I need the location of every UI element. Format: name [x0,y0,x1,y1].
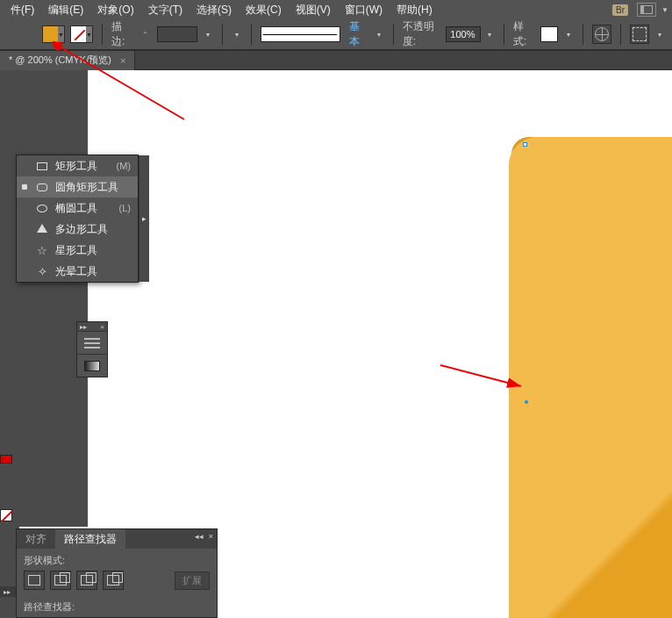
stroke-weight-dec[interactable]: ⌃ [139,31,152,39]
transform-icon [633,27,647,41]
tool-label: 光晕工具 [55,264,97,279]
panel-tab-row: 对齐 路径查找器 ◂◂ × [17,529,217,549]
intersect-icon [81,575,93,586]
flare-icon: ✧ [36,265,48,277]
menu-object[interactable]: 对象(O) [90,1,140,19]
brush-dd[interactable]: ▾ [374,31,384,39]
menu-view[interactable]: 视图(V) [289,1,338,19]
style-label: 样式: [513,19,535,49]
star-icon: ☆ [36,244,48,256]
selection-anchor[interactable] [525,400,528,404]
unite-icon [28,575,40,586]
close-icon[interactable]: × [209,532,213,541]
opacity-dd[interactable]: ▾ [484,31,495,39]
exclude-icon [107,575,119,586]
flyout-tearoff-handle[interactable]: ▸ [139,155,149,282]
tool-star[interactable]: ☆ 星形工具 [17,240,138,261]
pf-intersect-button[interactable] [76,571,97,590]
globe-icon [595,27,609,41]
menu-effect[interactable]: 效果(C) [239,1,289,19]
menu-edit[interactable]: 编辑(E) [41,1,90,19]
paragraph-icon [84,338,100,349]
close-icon[interactable]: × [100,323,104,331]
rounded-rectangle-icon [37,183,47,191]
toolbox-color-swatches [0,509,14,530]
toolbox-fill-none[interactable] [0,509,12,521]
arrange-dropdown-icon[interactable]: ▼ [661,6,668,14]
stroke-label: 描边: [111,19,133,49]
selection-handle[interactable] [523,142,527,147]
pathfinder-panel: 对齐 路径查找器 ◂◂ × 形状模式: 扩展 路径查找器: [16,528,218,618]
opacity-input[interactable]: 100% [446,26,481,42]
opacity-label: 不透明度: [403,19,442,49]
tool-rectangle[interactable]: 矩形工具 (M) [17,155,138,176]
pf-minus-front-button[interactable] [50,571,71,590]
ellipse-icon [37,205,47,212]
tool-label: 星形工具 [55,243,97,258]
tool-label: 矩形工具 [55,159,97,174]
menu-select[interactable]: 选择(S) [189,1,239,19]
document-tab-title: * @ 200% (CMYK/预览) [9,54,111,67]
tool-label: 多边形工具 [55,222,108,237]
menu-file[interactable]: 件(F) [4,1,41,19]
collapse-icon[interactable]: ◂◂ [195,532,204,541]
menu-window[interactable]: 窗口(W) [338,1,390,19]
brush-basic-label: 基本 [349,19,368,49]
expand-icon[interactable]: ▸▸ [80,323,87,331]
artwork-rounded-rect[interactable] [509,137,672,618]
stroke-weight-input[interactable] [157,26,197,42]
tool-ellipse[interactable]: 椭圆工具 (L) [17,198,138,219]
tool-flare[interactable]: ✧ 光晕工具 [17,261,138,282]
polygon-icon [37,224,47,233]
expand-button[interactable]: 扩展 [175,571,210,590]
recolor-button[interactable] [592,25,611,44]
style-dd[interactable]: ▾ [563,31,574,39]
tool-rounded-rectangle[interactable]: 圆角矩形工具 [17,176,138,198]
rectangle-icon [37,162,47,170]
pf-unite-button[interactable] [24,571,45,590]
tab-pathfinder[interactable]: 路径查找器 [55,529,125,549]
gradient-icon [84,361,100,371]
options-bar: ▼ ▼ 描边: ⌃ ▾ ▾ 基本 ▾ 不透明度: 100% ▾ 样式: ▾ ▾ [0,19,672,51]
document-tab[interactable]: * @ 200% (CMYK/预览) × [0,51,135,70]
toolbox-color-indicator[interactable] [0,455,12,464]
fill-swatch[interactable]: ▼ [42,25,65,43]
menu-text[interactable]: 文字(T) [141,1,189,19]
shape-modes-label: 形状模式: [17,549,217,571]
brush-definition[interactable] [261,26,340,42]
tool-label: 椭圆工具 [55,201,97,216]
tool-shortcut: (L) [119,203,131,213]
pathfinders-label: 路径查找器: [17,595,217,617]
document-tab-bar: * @ 200% (CMYK/预览) × [0,51,672,70]
tool-shortcut: (M) [117,161,132,171]
tool-polygon[interactable]: 多边形工具 [17,219,138,240]
minus-front-icon [54,575,67,586]
shape-tool-flyout: 矩形工具 (M) 圆角矩形工具 椭圆工具 (L) 多边形工具 ☆ 星形工具 ✧ … [16,154,139,283]
menu-help[interactable]: 帮助(H) [390,1,440,19]
expand-icon: ▸▸ [4,588,11,596]
tab-align[interactable]: 对齐 [17,529,55,549]
vsp-dd[interactable]: ▾ [232,31,242,39]
close-icon[interactable]: × [120,55,125,66]
bridge-button[interactable]: Br [612,4,628,16]
mini-dock-panel: ▸▸ × [76,321,108,377]
transform-dd[interactable]: ▾ [654,31,665,39]
menu-bar: 件(F) 编辑(E) 对象(O) 文字(T) 选择(S) 效果(C) 视图(V)… [0,0,672,19]
transform-button[interactable] [630,25,649,44]
arrange-documents-button[interactable] [637,3,656,17]
mini-panel-gradient[interactable] [77,354,107,377]
stroke-weight-dd[interactable]: ▾ [203,31,213,39]
graphic-style-swatch[interactable] [540,26,558,42]
stroke-swatch[interactable]: ▼ [70,25,93,43]
pf-exclude-button[interactable] [103,571,124,590]
tool-label: 圆角矩形工具 [55,180,118,195]
mini-panel-paragraph[interactable] [77,331,107,354]
